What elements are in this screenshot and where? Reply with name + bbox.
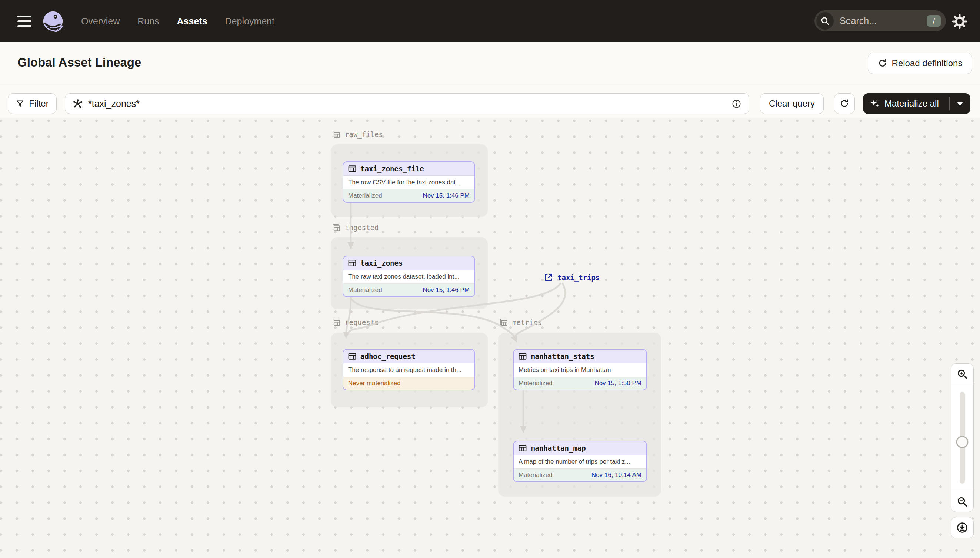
status-label: Materialized — [348, 286, 382, 294]
asset-status-bar: Materialized Nov 15, 1:50 PM — [514, 377, 646, 390]
external-asset-taxi_trips[interactable]: taxi_trips — [544, 273, 600, 282]
table-icon — [519, 352, 527, 360]
zoom-slider[interactable] — [951, 384, 973, 491]
page-header: Global Asset Lineage Reload definitions — [0, 42, 980, 84]
asset-status-bar: Never materialized — [343, 377, 474, 390]
asset-description: The raw CSV file for the taxi zones dat.… — [343, 176, 474, 189]
refresh-icon — [878, 59, 888, 68]
page-title: Global Asset Lineage — [17, 56, 141, 70]
asset-description: Metrics on taxi trips in Manhattan — [514, 363, 646, 377]
zoom-controls — [951, 363, 974, 512]
search-shortcut-badge: / — [927, 15, 941, 27]
clear-query-button[interactable]: Clear query — [760, 93, 824, 114]
filter-button[interactable]: Filter — [8, 93, 57, 114]
asset-graph-icon — [72, 98, 83, 109]
asset-title: taxi_zones_file — [361, 165, 424, 173]
status-timestamp[interactable]: Nov 15, 1:46 PM — [423, 286, 469, 294]
materialize-dropdown-button[interactable] — [950, 102, 970, 106]
status-timestamp[interactable]: Nov 15, 1:46 PM — [423, 192, 469, 199]
asset-node-taxi_zones_file[interactable]: taxi_zones_file The raw CSV file for the… — [343, 161, 475, 203]
asset-status-bar: Materialized Nov 15, 1:46 PM — [343, 284, 474, 296]
zoom-in-button[interactable] — [951, 364, 973, 384]
asset-status-bar: Materialized Nov 15, 1:46 PM — [343, 189, 474, 202]
lineage-edges — [0, 118, 980, 558]
refresh-query-button[interactable] — [834, 93, 855, 114]
asset-title: manhattan_map — [531, 444, 586, 452]
query-value: *taxi_zones* — [88, 98, 726, 109]
search-placeholder: Search... — [840, 16, 927, 26]
reload-definitions-button[interactable]: Reload definitions — [868, 53, 972, 74]
dagster-logo[interactable] — [42, 10, 64, 32]
asset-node-adhoc_request[interactable]: adhoc_request The response to an request… — [343, 349, 475, 391]
download-view-button[interactable] — [951, 517, 974, 538]
status-label: Never materialized — [348, 380, 401, 387]
info-icon[interactable] — [731, 99, 741, 109]
table-icon — [348, 165, 356, 173]
chevron-down-icon — [957, 102, 964, 106]
refresh-icon — [840, 99, 849, 108]
menu-icon[interactable] — [17, 13, 32, 29]
status-label: Materialized — [519, 380, 553, 387]
table-icon — [348, 352, 356, 360]
nav-deployment[interactable]: Deployment — [225, 16, 275, 27]
search-input[interactable]: Search... / — [814, 10, 946, 31]
nav-runs[interactable]: Runs — [137, 16, 159, 27]
asset-node-manhattan_map[interactable]: manhattan_map A map of the number of tri… — [513, 441, 647, 482]
materialize-all-button[interactable]: Materialize all — [863, 93, 970, 114]
top-nav-bar: Overview Runs Assets Deployment Search..… — [0, 0, 980, 42]
status-timestamp[interactable]: Nov 15, 1:50 PM — [595, 380, 641, 387]
asset-title: manhattan_stats — [531, 352, 595, 360]
asset-title: adhoc_request — [361, 352, 415, 360]
zoom-in-icon — [957, 369, 968, 380]
asset-title: taxi_zones — [361, 259, 403, 267]
asset-description: A map of the number of trips per taxi z.… — [514, 455, 646, 469]
asset-node-taxi_zones[interactable]: taxi_zones The raw taxi zones dataset, l… — [343, 256, 475, 297]
zoom-slider-handle[interactable] — [956, 436, 968, 448]
asset-lineage-canvas[interactable]: raw_files ingested requests metrics — [0, 118, 980, 558]
table-icon — [348, 259, 356, 267]
sparkle-icon — [870, 98, 880, 109]
gear-icon[interactable] — [952, 14, 967, 29]
lineage-toolbar: Filter *taxi_zones* Clear query — [0, 84, 980, 118]
asset-description: The raw taxi zones dataset, loaded int..… — [343, 270, 474, 284]
primary-nav: Overview Runs Assets Deployment — [81, 0, 275, 42]
status-timestamp[interactable]: Nov 16, 10:14 AM — [591, 471, 641, 479]
magnifier-icon — [816, 12, 834, 30]
status-label: Materialized — [519, 471, 553, 479]
download-icon — [956, 522, 968, 533]
asset-query-input[interactable]: *taxi_zones* — [65, 93, 749, 114]
asset-status-bar: Materialized Nov 16, 10:14 AM — [514, 469, 646, 481]
nav-overview[interactable]: Overview — [81, 16, 120, 27]
funnel-icon — [16, 99, 25, 108]
zoom-out-button[interactable] — [951, 491, 973, 512]
status-label: Materialized — [348, 192, 382, 199]
zoom-out-icon — [957, 496, 968, 507]
asset-description: The response to an request made in th... — [343, 363, 474, 377]
nav-assets[interactable]: Assets — [177, 16, 208, 27]
external-link-icon — [544, 273, 553, 282]
asset-node-manhattan_stats[interactable]: manhattan_stats Metrics on taxi trips in… — [513, 349, 647, 391]
table-icon — [519, 444, 527, 452]
